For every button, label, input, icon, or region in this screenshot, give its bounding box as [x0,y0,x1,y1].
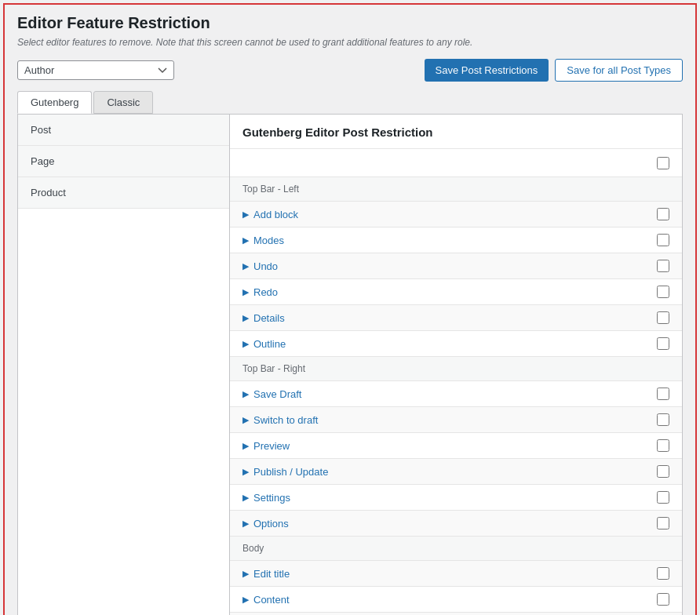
feature-label-modes[interactable]: ▶Modes [242,235,284,246]
feature-row-publish-update: ▶Publish / Update [230,459,682,485]
feature-row-details: ▶Details [230,305,682,331]
right-panel: Gutenberg Editor Post Restriction Top Ba… [230,115,682,615]
feature-label-settings[interactable]: ▶Settings [242,492,290,504]
page-wrapper: Editor Feature Restriction Select editor… [3,3,697,615]
top-buttons: Save Post Restrictions Save for all Post… [425,59,684,82]
tabs: GutenbergClassic [17,91,683,114]
arrow-icon-outline: ▶ [242,339,249,349]
feature-row-settings: ▶Settings [230,485,682,511]
feature-row-outline: ▶Outline [230,331,682,357]
left-item-page[interactable]: Page [18,146,229,177]
feature-label-details[interactable]: ▶Details [242,312,285,324]
arrow-icon-edit-title: ▶ [242,569,249,579]
feature-text-undo: Undo [253,260,278,272]
groups-container: Top Bar - Left▶Add block▶Modes▶Undo▶Redo… [230,177,682,615]
arrow-icon-add-block: ▶ [242,209,249,220]
feature-text-add-block: Add block [253,209,298,220]
role-select-wrapper: AdministratorAuthorEditorContributorSubs… [17,60,174,80]
feature-checkbox-preview[interactable] [657,439,669,452]
feature-row-options: ▶Options [230,511,682,537]
feature-text-redo: Redo [253,286,278,298]
feature-row-content: ▶Content [230,587,682,613]
arrow-icon-undo: ▶ [242,261,249,271]
feature-label-switch-to-draft[interactable]: ▶Switch to draft [242,414,318,426]
feature-row-edit-title: ▶Edit title [230,561,682,587]
feature-checkbox-modes[interactable] [657,234,669,246]
blank-checkbox[interactable] [657,157,669,169]
feature-checkbox-save-draft[interactable] [657,388,669,400]
feature-row-modes: ▶Modes [230,227,682,253]
arrow-icon-options: ▶ [242,519,249,529]
feature-text-outline: Outline [253,338,286,350]
feature-text-content: Content [253,594,290,606]
arrow-icon-redo: ▶ [242,287,249,297]
section-title: Gutenberg Editor Post Restriction [230,115,682,149]
feature-label-preview[interactable]: ▶Preview [242,440,290,452]
top-bar: AdministratorAuthorEditorContributorSubs… [17,59,683,82]
tab-classic[interactable]: Classic [93,91,153,114]
feature-checkbox-outline[interactable] [657,337,669,350]
feature-row-undo: ▶Undo [230,253,682,279]
group-label-top-bar-left: Top Bar - Left [230,177,682,202]
arrow-icon-content: ▶ [242,595,249,605]
feature-checkbox-add-block[interactable] [657,208,669,220]
feature-label-edit-title[interactable]: ▶Edit title [242,568,290,580]
feature-text-details: Details [253,312,285,324]
arrow-icon-save-draft: ▶ [242,389,249,399]
feature-checkbox-content[interactable] [657,593,669,606]
feature-label-publish-update[interactable]: ▶Publish / Update [242,466,328,478]
feature-text-modes: Modes [253,235,284,246]
main-content: PostPageProduct Gutenberg Editor Post Re… [17,114,683,615]
feature-checkbox-switch-to-draft[interactable] [657,413,669,426]
left-panel: PostPageProduct [18,115,230,615]
feature-label-undo[interactable]: ▶Undo [242,260,278,272]
save-all-post-types-button[interactable]: Save for all Post Types [555,59,683,82]
feature-text-options: Options [253,518,289,529]
role-select[interactable]: AdministratorAuthorEditorContributorSubs… [17,60,174,80]
page-subtitle: Select editor features to remove. Note t… [17,37,683,48]
feature-row-add-block: ▶Add block [230,202,682,227]
feature-text-publish-update: Publish / Update [253,466,328,478]
feature-checkbox-settings[interactable] [657,491,669,504]
tab-gutenberg[interactable]: Gutenberg [17,91,92,114]
feature-row-preview: ▶Preview [230,433,682,459]
feature-checkbox-edit-title[interactable] [657,567,669,580]
feature-text-settings: Settings [253,492,290,504]
feature-label-content[interactable]: ▶Content [242,594,290,606]
feature-row-redo: ▶Redo [230,279,682,305]
feature-text-save-draft: Save Draft [253,388,301,400]
arrow-icon-details: ▶ [242,313,249,323]
feature-label-outline[interactable]: ▶Outline [242,338,286,350]
feature-checkbox-undo[interactable] [657,260,669,272]
arrow-icon-publish-update: ▶ [242,467,249,477]
group-label-body: Body [230,537,682,561]
arrow-icon-switch-to-draft: ▶ [242,415,249,425]
feature-checkbox-details[interactable] [657,311,669,324]
blank-row [230,149,682,177]
arrow-icon-preview: ▶ [242,441,249,451]
feature-text-switch-to-draft: Switch to draft [253,414,318,426]
feature-checkbox-publish-update[interactable] [657,465,669,478]
feature-checkbox-redo[interactable] [657,286,669,298]
feature-checkbox-options[interactable] [657,517,669,529]
save-post-restrictions-button[interactable]: Save Post Restrictions [425,59,549,82]
feature-label-options[interactable]: ▶Options [242,518,289,529]
feature-text-preview: Preview [253,440,290,452]
feature-row-save-draft: ▶Save Draft [230,381,682,407]
feature-row-switch-to-draft: ▶Switch to draft [230,407,682,433]
left-item-post[interactable]: Post [18,115,229,146]
feature-text-edit-title: Edit title [253,568,290,580]
arrow-icon-modes: ▶ [242,235,249,246]
group-label-top-bar-right: Top Bar - Right [230,357,682,381]
page-title: Editor Feature Restriction [17,14,683,32]
arrow-icon-settings: ▶ [242,493,249,503]
feature-label-redo[interactable]: ▶Redo [242,286,278,298]
left-item-product[interactable]: Product [18,177,229,209]
feature-label-add-block[interactable]: ▶Add block [242,209,298,220]
feature-label-save-draft[interactable]: ▶Save Draft [242,388,301,400]
